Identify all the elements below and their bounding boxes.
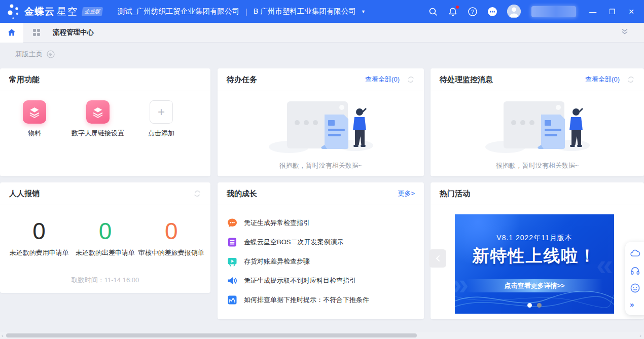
shortcut-label: 数字大屏链接设置 <box>71 129 124 138</box>
reimbursement-stats: 0 未还款的费用申请单 0 未还款的出差申请单 0 审核中的差旅费报销单 <box>0 205 210 257</box>
growth-item[interactable]: 存货对账差异检查步骤 <box>227 252 415 271</box>
empty-state: 很抱歉，暂时没有相关数据~ <box>218 91 424 170</box>
card-todo-tasks: 待办任务 查看全部(0) <box>218 68 424 176</box>
scrollbar-thumb[interactable] <box>6 333 417 337</box>
refresh-icon[interactable] <box>407 76 415 84</box>
no-data-illustration <box>268 98 374 158</box>
plus-icon: + <box>150 100 173 124</box>
card-reimbursement: 人人报销 0 未还款的费用申请单 0 未还款的出差申请单 0 审核中的差旅费报销… <box>0 182 210 293</box>
growth-item[interactable]: 凭证生成提示取不到对应科目检查指引 <box>227 271 415 290</box>
card-header: 我的成长 更多> <box>218 182 424 205</box>
growth-item[interactable]: 如何排查单据下推时提示：不符合下推条件 <box>227 290 415 310</box>
maximize-button[interactable]: ❐ <box>602 0 622 23</box>
headset-icon[interactable] <box>630 266 640 276</box>
smiley-icon[interactable] <box>630 283 640 293</box>
refresh-icon[interactable] <box>193 190 201 198</box>
growth-item-label: 如何排查单据下推时提示：不符合下推条件 <box>244 295 369 305</box>
document-icon <box>227 237 238 248</box>
layers-icon <box>23 100 46 124</box>
home-page-label[interactable]: 新版主页 <box>15 50 43 59</box>
logo-dots-icon <box>6 2 21 21</box>
brand-bold: 金蝶云 <box>24 5 55 18</box>
close-button[interactable]: ✕ <box>622 0 641 23</box>
brand-light: 星空 <box>57 5 78 18</box>
app-logo: 金蝶云 星空 企业版 <box>6 2 102 21</box>
empty-text: 很抱歉，暂时没有相关数据~ <box>496 161 579 170</box>
app-window: 金蝶云 星空 企业版 测试_广州纺织工贸企业集团有限公司 | B 广州市塑料工业… <box>0 0 644 339</box>
shortcut-label: 物料 <box>28 129 41 138</box>
speaker-icon <box>227 275 238 286</box>
user-name-redacted <box>531 6 576 17</box>
home-tab[interactable] <box>0 23 23 43</box>
shortcut-bigscreen-link[interactable]: 数字大屏链接设置 <box>70 100 126 138</box>
refresh-icon[interactable] <box>627 76 635 84</box>
edition-badge: 企业版 <box>82 7 103 16</box>
floating-toolbar: » <box>625 242 644 315</box>
horizontal-scrollbar[interactable]: ‹ › <box>0 332 644 339</box>
card-title: 常用功能 <box>9 75 40 85</box>
chevron-down-icon[interactable]: ▼ <box>361 9 366 14</box>
double-chevron-right-icon[interactable]: » <box>630 300 634 309</box>
growth-item-label: 存货对账差异检查步骤 <box>244 257 310 266</box>
pin-icon[interactable] <box>47 50 55 58</box>
function-shortcuts: 物料 数字大屏链接设置 + 点击添加 <box>0 91 210 138</box>
window-controls: — ❐ ✕ <box>583 0 641 23</box>
empty-state: 很抱歉，暂时没有相关数据~ <box>431 91 644 170</box>
empty-text: 很抱歉，暂时没有相关数据~ <box>279 161 363 170</box>
more-link[interactable]: 更多> <box>398 189 415 198</box>
top-bar: 金蝶云 星空 企业版 测试_广州纺织工贸企业集团有限公司 | B 广州市塑料工业… <box>0 0 644 23</box>
card-common-functions: 常用功能 物料 数字大屏链接设置 + 点击添加 <box>0 68 210 176</box>
growth-item[interactable]: 金蝶云星空BOS二次开发案例演示 <box>227 233 415 252</box>
card-title: 待处理监控消息 <box>440 75 493 85</box>
stat-label: 审核中的差旅费报销单 <box>138 248 204 257</box>
tab-bar: 流程管理中心 <box>0 23 644 43</box>
fetch-time: 取数时间：11-14 16:00 <box>0 276 210 285</box>
help-icon[interactable]: ? <box>468 7 478 17</box>
carousel-dot-active[interactable] <box>527 303 532 308</box>
cloud-icon[interactable] <box>630 248 640 259</box>
growth-item-label: 凭证生成异常检查指引 <box>244 218 310 228</box>
no-data-illustration <box>484 98 591 158</box>
org-secondary[interactable]: B 广州市塑料工业集团有限公司 <box>254 7 356 16</box>
search-icon[interactable] <box>428 7 438 17</box>
promo-banner[interactable]: « » V8.1 2022年11月版本 新特性上线啦！ 点击查看更多详情>> <box>455 214 614 314</box>
card-title: 热门活动 <box>440 189 470 199</box>
scroll-right-icon[interactable]: › <box>639 332 641 339</box>
carousel-prev-button[interactable] <box>429 249 446 268</box>
card-header: 常用功能 <box>0 68 210 91</box>
card-header: 待处理监控消息 查看全部(0) <box>431 68 644 91</box>
stat-unrepaid-travel[interactable]: 0 未还款的出差申请单 <box>72 218 138 257</box>
org-separator: | <box>245 8 247 16</box>
card-header: 热门活动 <box>431 182 644 205</box>
avatar[interactable] <box>507 5 521 18</box>
main-content: 新版主页 常用功能 物料 <box>0 43 644 339</box>
growth-item[interactable]: 凭证生成异常检查指引 <box>227 213 415 233</box>
card-title: 我的成长 <box>227 189 257 199</box>
growth-item-label: 凭证生成提示取不到对应科目检查指引 <box>244 276 356 285</box>
menu-grid-button[interactable] <box>29 25 44 40</box>
carousel-dot[interactable] <box>537 303 542 308</box>
view-all-link[interactable]: 查看全部(0) <box>365 75 400 84</box>
chart-icon <box>227 294 238 306</box>
shortcut-material[interactable]: 物料 <box>12 100 57 138</box>
minimize-button[interactable]: — <box>583 0 602 23</box>
stat-unrepaid-expense[interactable]: 0 未还款的费用申请单 <box>6 218 72 257</box>
home-icon <box>7 28 16 37</box>
card-header: 人人报销 <box>0 182 210 205</box>
stat-value: 0 <box>72 218 138 244</box>
stat-label: 未还款的费用申请单 <box>6 248 72 257</box>
add-shortcut-button[interactable]: + 点击添加 <box>138 100 184 138</box>
grid-icon <box>32 28 41 36</box>
support-icon[interactable] <box>487 7 497 17</box>
brand-name: 金蝶云 星空 <box>24 5 78 18</box>
organization-switcher[interactable]: 测试_广州纺织工贸企业集团有限公司 | B 广州市塑料工业集团有限公司 ▼ <box>118 7 366 16</box>
banner-subtitle: V8.1 2022年11月版本 <box>455 234 614 243</box>
svg-text:?: ? <box>471 9 474 15</box>
scroll-left-icon[interactable]: ‹ <box>2 332 4 339</box>
stat-value: 0 <box>6 218 72 244</box>
bell-icon[interactable] <box>448 7 458 17</box>
tab-process-center[interactable]: 流程管理中心 <box>53 28 94 37</box>
double-chevron-down-icon[interactable] <box>621 27 629 37</box>
stat-auditing-travel-expense[interactable]: 0 审核中的差旅费报销单 <box>138 218 204 257</box>
view-all-link[interactable]: 查看全部(0) <box>585 75 620 84</box>
